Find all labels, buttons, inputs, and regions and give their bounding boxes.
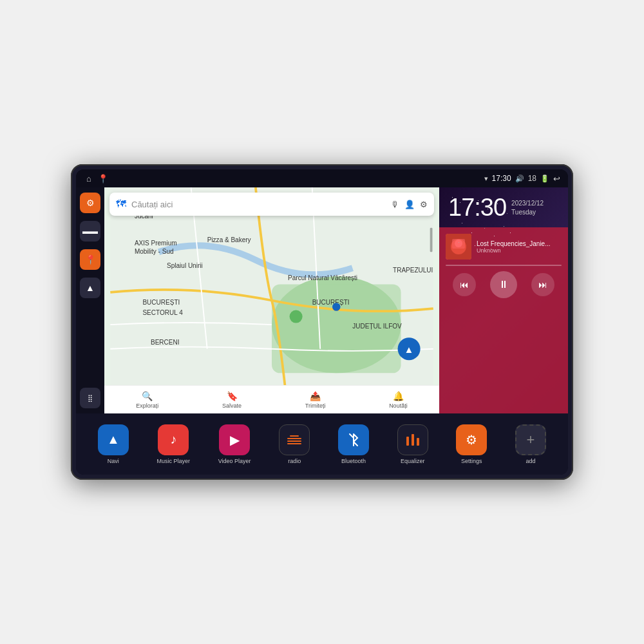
- sidebar-settings-btn[interactable]: ⚙: [80, 193, 100, 213]
- settings-icon[interactable]: ⚙: [420, 200, 428, 209]
- svg-text:Mobility - Sud: Mobility - Sud: [135, 248, 174, 255]
- svg-text:SECTORUL 4: SECTORUL 4: [142, 309, 183, 316]
- map-explore-btn[interactable]: 🔍 Explorați: [136, 391, 158, 409]
- map-news-btn[interactable]: 🔔 Noutăți: [389, 391, 408, 409]
- bluetooth-icon: [338, 424, 369, 455]
- music-info: Lost Frequencies_Janie... Unknown: [446, 234, 562, 260]
- volume-icon: 🔊: [515, 175, 524, 183]
- date-full: 2023/12/12: [511, 199, 544, 208]
- map-saved-btn[interactable]: 🔖 Salvate: [222, 391, 242, 409]
- app-bluetooth[interactable]: Bluetooth: [338, 424, 369, 464]
- music-artist: Unknown: [477, 247, 562, 254]
- map-pin-icon: 📍: [85, 254, 96, 265]
- map-share-btn[interactable]: 📤 Trimiteți: [305, 391, 326, 409]
- sidebar-map-btn[interactable]: 📍: [80, 249, 100, 270]
- sidebar-apps-btn[interactable]: ⣿: [80, 388, 100, 408]
- next-icon: ⏭: [538, 279, 547, 290]
- app-settings[interactable]: ⚙ Settings: [456, 424, 487, 464]
- mic-icon[interactable]: 🎙: [391, 200, 399, 209]
- prev-track-btn[interactable]: ⏮: [453, 273, 476, 296]
- svg-text:BUCUREȘTI: BUCUREȘTI: [142, 299, 180, 306]
- device-screen: ⌂ 📍 ▾ 17:30 🔊 18 🔋 ↩ ⚙ ▬▬: [76, 169, 568, 475]
- svg-text:BUCUREȘTI: BUCUREȘTI: [312, 299, 350, 306]
- svg-text:TRAPEZULUI: TRAPEZULUI: [393, 267, 433, 274]
- center-content: BUCUREȘTI SECTORUL 4 BUCUREȘTI JUDEȚUL I…: [104, 187, 439, 413]
- music-title: Lost Frequencies_Janie...: [477, 240, 562, 247]
- svg-text:BERCENI: BERCENI: [151, 339, 180, 346]
- svg-rect-23: [452, 239, 465, 249]
- location-icon[interactable]: 📍: [98, 174, 108, 184]
- svg-text:AXIS Premium: AXIS Premium: [135, 240, 177, 247]
- app-bluetooth-label: Bluetooth: [341, 458, 366, 464]
- next-track-btn[interactable]: ⏭: [531, 273, 554, 296]
- svg-text:Parcul Natural Văcărești: Parcul Natural Văcărești: [288, 274, 357, 281]
- explore-icon: 🔍: [142, 391, 153, 401]
- svg-rect-29: [412, 434, 414, 446]
- settings-symbol: ⚙: [466, 432, 477, 448]
- music-progress-bar[interactable]: [446, 265, 562, 266]
- svg-rect-28: [406, 437, 409, 446]
- sidebar-files-btn[interactable]: ▬▬: [80, 221, 100, 242]
- app-add[interactable]: + add: [515, 424, 546, 464]
- map-bottom-bar: 🔍 Explorați 🔖 Salvate 📤 Trimiteți: [104, 385, 439, 413]
- svg-point-15: [290, 310, 303, 323]
- map-search-bar[interactable]: 🗺 Căutați aici 🎙 👤 ⚙: [109, 193, 434, 216]
- app-video-player[interactable]: ▶ Video Player: [218, 424, 251, 464]
- battery-icon: 🔋: [540, 175, 549, 183]
- app-settings-label: Settings: [461, 458, 482, 464]
- video-symbol: ▶: [230, 432, 240, 448]
- back-icon[interactable]: ↩: [553, 174, 560, 184]
- map-mockup: BUCUREȘTI SECTORUL 4 BUCUREȘTI JUDEȚUL I…: [104, 187, 439, 413]
- play-pause-btn[interactable]: ⏸: [490, 271, 517, 298]
- svg-text:Splaiul Unirii: Splaiul Unirii: [167, 262, 203, 269]
- add-app-icon: +: [515, 424, 546, 455]
- device-frame: ⌂ 📍 ▾ 17:30 🔊 18 🔋 ↩ ⚙ ▬▬: [71, 164, 573, 480]
- app-music-label: Music Player: [157, 458, 191, 464]
- account-icon[interactable]: 👤: [404, 200, 415, 209]
- status-time: 17:30: [492, 174, 511, 183]
- app-equalizer-label: Equalizer: [401, 458, 425, 464]
- home-icon[interactable]: ⌂: [86, 174, 91, 184]
- files-icon: ▬▬: [82, 227, 98, 236]
- music-controls: ⏮ ⏸ ⏭: [446, 271, 562, 298]
- svg-text:▲: ▲: [404, 344, 414, 355]
- equalizer-icon: [397, 424, 428, 455]
- map-container[interactable]: BUCUREȘTI SECTORUL 4 BUCUREȘTI JUDEȚUL I…: [104, 187, 439, 413]
- svg-rect-26: [287, 443, 301, 444]
- prev-icon: ⏮: [460, 279, 469, 290]
- news-icon: 🔔: [393, 391, 404, 401]
- google-maps-icon: 🗺: [116, 198, 126, 210]
- app-music-player[interactable]: ♪ Music Player: [157, 424, 191, 464]
- clock-section: 17:30 2023/12/12 Tuesday: [439, 187, 568, 227]
- sidebar-nav-btn[interactable]: ▲: [80, 278, 100, 298]
- app-equalizer[interactable]: Equalizer: [397, 424, 428, 464]
- wifi-icon: ▾: [484, 175, 488, 183]
- music-symbol: ♪: [170, 432, 176, 447]
- svg-rect-25: [287, 440, 301, 442]
- nav-icon: ▲: [86, 283, 95, 293]
- radio-icon: [279, 424, 310, 455]
- video-player-icon: ▶: [219, 424, 250, 455]
- gear-icon: ⚙: [86, 198, 95, 208]
- svg-rect-30: [417, 438, 419, 446]
- app-navi[interactable]: ▲ Navi: [98, 424, 129, 464]
- grid-icon: ⣿: [88, 394, 93, 402]
- main-area: ⚙ ▬▬ 📍 ▲ ⣿: [76, 187, 568, 413]
- music-player-icon: ♪: [158, 424, 189, 455]
- clock-time: 17:30: [448, 195, 506, 220]
- app-add-label: add: [526, 458, 536, 464]
- music-details: Lost Frequencies_Janie... Unknown: [477, 240, 562, 254]
- battery-num: 18: [528, 174, 536, 183]
- svg-text:Pizza & Bakery: Pizza & Bakery: [207, 236, 251, 243]
- svg-rect-24: [287, 438, 301, 439]
- navi-icon: ▲: [98, 424, 129, 455]
- svg-rect-19: [430, 228, 433, 252]
- app-radio[interactable]: radio: [279, 424, 310, 464]
- navi-symbol: ▲: [107, 432, 120, 447]
- saved-icon: 🔖: [227, 391, 238, 401]
- add-symbol: +: [527, 431, 535, 448]
- svg-rect-27: [290, 435, 299, 437]
- svg-text:JUDEȚUL ILFOV: JUDEȚUL ILFOV: [352, 323, 402, 330]
- app-video-label: Video Player: [218, 458, 251, 464]
- app-navi-label: Navi: [108, 458, 119, 464]
